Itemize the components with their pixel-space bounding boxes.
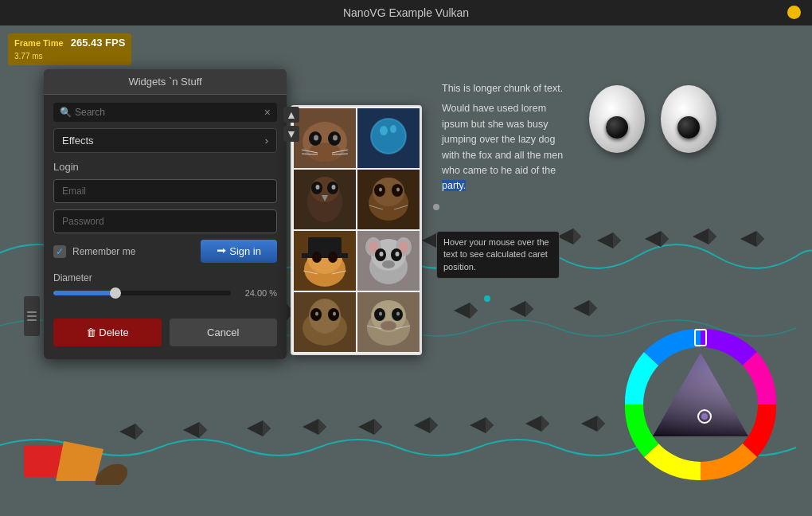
- svg-point-139: [396, 312, 400, 316]
- svg-marker-43: [525, 301, 533, 317]
- svg-point-125: [382, 260, 395, 268]
- gallery-image-8[interactable]: [357, 292, 420, 352]
- svg-point-132: [333, 312, 336, 316]
- caret-tooltip: Hover your mouse over the text to see ca…: [436, 231, 560, 279]
- svg-marker-20: [597, 233, 621, 248]
- svg-rect-108: [308, 237, 342, 255]
- svg-point-71: [433, 204, 439, 210]
- cancel-button[interactable]: Cancel: [170, 319, 278, 346]
- svg-rect-109: [302, 253, 348, 258]
- svg-marker-153: [56, 441, 103, 481]
- svg-marker-53: [318, 419, 326, 435]
- svg-marker-59: [486, 417, 494, 433]
- slider-fill: [53, 291, 115, 295]
- left-eye: [589, 85, 645, 153]
- svg-marker-25: [709, 229, 716, 244]
- gallery-image-6[interactable]: [357, 231, 420, 291]
- eyes-decoration: [589, 85, 716, 153]
- svg-marker-62: [581, 416, 605, 432]
- svg-marker-56: [414, 417, 438, 433]
- svg-point-93: [316, 185, 320, 190]
- svg-marker-55: [374, 419, 382, 435]
- effects-menu-item[interactable]: Effects ›: [53, 128, 277, 153]
- color-wheel-area[interactable]: [613, 317, 788, 492]
- gallery-image-1[interactable]: [294, 108, 356, 168]
- password-field[interactable]: [53, 209, 277, 233]
- right-pupil: [677, 116, 700, 139]
- svg-marker-60: [525, 416, 549, 432]
- remember-row: ✓ Remember me ⮕ Sign in: [53, 240, 277, 263]
- gallery-image-4[interactable]: [357, 170, 420, 229]
- scroll-up-icon[interactable]: ▲: [283, 107, 299, 123]
- ms-value: 3.77 ms: [14, 52, 43, 61]
- handle-line-2: [27, 315, 37, 317]
- image-gallery: [291, 105, 422, 355]
- app-title: NanoVG Example Vulkan: [343, 6, 469, 19]
- svg-marker-24: [693, 229, 716, 244]
- frame-time-display: Frame Time 265.43 FPS 3.77 ms: [8, 33, 131, 65]
- paint-swatches: [24, 437, 127, 488]
- handle-line-1: [27, 311, 37, 313]
- svg-marker-61: [541, 416, 549, 432]
- gallery-image-2[interactable]: [357, 108, 420, 168]
- text-paragraph-1: This is longer chunk of text.: [442, 81, 569, 96]
- main-panel: Widgets `n Stuff 🔍 × Effects › Login ✓: [44, 69, 287, 359]
- search-input[interactable]: [75, 107, 264, 118]
- diameter-value: 24.00 %: [237, 288, 277, 298]
- gallery-image-3[interactable]: [294, 170, 356, 229]
- svg-point-111: [328, 252, 338, 263]
- svg-marker-45: [589, 300, 597, 316]
- svg-marker-50: [247, 420, 271, 436]
- slider-thumb[interactable]: [110, 287, 121, 299]
- svg-point-131: [315, 312, 318, 316]
- gallery-image-5[interactable]: [294, 231, 356, 291]
- text-paragraph-2: Would have used lorem ipsum but she was …: [442, 101, 569, 194]
- diameter-label: Diameter: [53, 272, 277, 283]
- svg-marker-40: [454, 303, 478, 319]
- svg-point-87: [390, 125, 396, 133]
- fps-value: 265.43 FPS: [71, 37, 126, 49]
- svg-point-86: [380, 126, 388, 135]
- caret-tooltip-text: Hover your mouse over the text to see ca…: [443, 237, 549, 272]
- svg-point-124: [396, 252, 400, 256]
- window-indicator: [787, 6, 801, 19]
- svg-point-78: [333, 135, 338, 141]
- right-eye: [661, 85, 716, 153]
- remember-checkbox[interactable]: ✓: [53, 245, 66, 258]
- sidebar-scroll-handle[interactable]: [24, 296, 40, 336]
- diameter-slider[interactable]: [53, 291, 231, 295]
- svg-marker-23: [661, 231, 669, 247]
- svg-point-110: [312, 252, 322, 263]
- search-clear-icon[interactable]: ×: [264, 106, 271, 119]
- email-field[interactable]: [53, 179, 277, 203]
- svg-point-140: [381, 321, 396, 330]
- svg-marker-26: [740, 231, 764, 247]
- delete-button[interactable]: 🗑 Delete: [53, 319, 162, 346]
- svg-marker-21: [613, 233, 621, 248]
- window-title-bar: NanoVG Example Vulkan: [0, 0, 812, 25]
- svg-marker-27: [756, 231, 764, 247]
- svg-marker-44: [573, 300, 597, 316]
- svg-marker-51: [263, 420, 271, 436]
- svg-marker-48: [183, 422, 207, 438]
- highlighted-text: party.: [442, 180, 466, 191]
- sign-in-button[interactable]: ⮕ Sign in: [201, 240, 277, 263]
- svg-point-149: [701, 413, 708, 420]
- svg-marker-42: [509, 301, 533, 317]
- svg-marker-49: [199, 422, 207, 438]
- svg-marker-41: [470, 303, 478, 319]
- scroll-down-icon[interactable]: ▼: [283, 126, 299, 142]
- gallery-image-7[interactable]: [294, 292, 356, 352]
- svg-marker-63: [597, 416, 605, 432]
- svg-point-101: [379, 188, 382, 192]
- svg-marker-52: [303, 419, 326, 435]
- search-row: 🔍 ×: [53, 103, 277, 122]
- svg-marker-22: [645, 231, 669, 247]
- checkmark-icon: ✓: [56, 246, 64, 257]
- gallery-scroll-area: ▲ ▼: [287, 105, 296, 392]
- effects-label: Effects: [62, 135, 94, 147]
- remember-label: Remember me: [72, 246, 135, 257]
- left-pupil: [606, 116, 628, 139]
- svg-point-138: [379, 312, 382, 316]
- svg-marker-54: [358, 419, 382, 435]
